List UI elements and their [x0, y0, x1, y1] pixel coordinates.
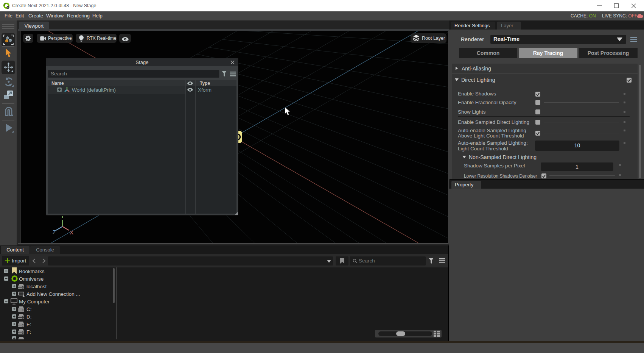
svg-text:Z: Z: [53, 229, 56, 235]
svg-text:X: X: [70, 229, 73, 236]
